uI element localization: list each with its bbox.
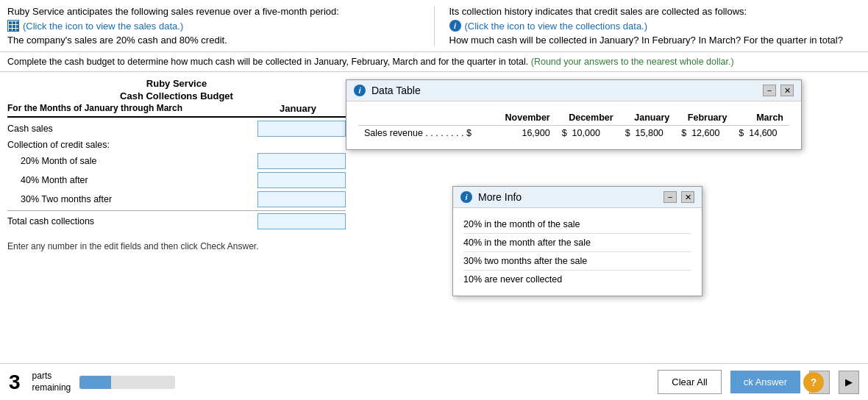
instruction-text: Complete the cash budget to determine ho… <box>7 57 528 67</box>
val-january: $ 15,800 <box>619 126 676 141</box>
val-november: 16,900 <box>492 126 556 141</box>
budget-row-cash-sales: Cash sales <box>7 121 346 137</box>
more-info-popup: i More Info − ✕ 20% in the month of the … <box>452 186 702 296</box>
data-table-header: i Data Table − ✕ <box>346 80 801 101</box>
more-info-item-3: 30% two months after the sale <box>463 252 691 271</box>
progress-bar-container <box>79 376 175 389</box>
progress-bar-fill <box>79 376 111 389</box>
parts-label: parts remaining <box>32 371 71 393</box>
credit-sales-label: Collection of credit sales: <box>7 140 346 150</box>
enter-note: Enter any number in the edit fields and … <box>0 241 868 254</box>
table-header-row: November December January February March <box>358 110 789 126</box>
pct-30-label: 30% Two months after <box>7 194 257 204</box>
pct-20-input[interactable] <box>257 153 346 169</box>
top-right-panel: Its collection history indicates that cr… <box>435 6 861 46</box>
check-answer-button[interactable]: ck Answer <box>730 371 800 393</box>
more-info-controls: − ✕ <box>664 191 694 203</box>
total-label: Total cash collections <box>7 216 257 226</box>
budget-row-credit-header: Collection of credit sales: <box>7 140 346 150</box>
more-info-close-btn[interactable]: ✕ <box>681 191 694 203</box>
val-february: $ 12,600 <box>675 126 733 141</box>
sales-note: The company's sales are 20% cash and 80%… <box>7 35 419 46</box>
top-section: Ruby Service anticipates the following s… <box>0 0 868 52</box>
more-info-item-1: 20% in the month of the sale <box>463 215 691 234</box>
th-march: March <box>733 110 789 126</box>
data-table-content: November December January February March… <box>346 101 801 149</box>
sales-revenue-label: Sales revenue . . . . . . . . $ <box>358 126 492 141</box>
cash-sales-input[interactable] <box>257 121 346 137</box>
grid-icon <box>7 20 19 32</box>
pct-40-input[interactable] <box>257 172 346 188</box>
budget-title: Ruby Service <box>7 78 346 89</box>
data-table-close-btn[interactable]: ✕ <box>780 85 794 96</box>
sales-data-link[interactable]: (Click the icon to view the sales data.) <box>7 20 419 32</box>
budget-row-total: Total cash collections <box>7 213 346 229</box>
parts-count: 3 <box>9 371 21 394</box>
val-march: $ 14,600 <box>733 126 789 141</box>
th-february: February <box>675 110 733 126</box>
total-input[interactable] <box>257 213 346 229</box>
intro-text-right: Its collection history indicates that cr… <box>449 6 861 17</box>
more-info-header: i More Info − ✕ <box>453 187 702 208</box>
clear-all-button[interactable]: Clear All <box>658 370 721 394</box>
data-table-controls: − ✕ <box>763 85 794 96</box>
nav-next-button[interactable]: ▶ <box>839 371 859 394</box>
intro-text-left: Ruby Service anticipates the following s… <box>7 6 419 17</box>
more-info-icon: i <box>460 191 472 203</box>
th-november: November <box>492 110 556 126</box>
budget-header-row: For the Months of January through March … <box>7 103 346 118</box>
section-divider <box>7 210 346 211</box>
more-info-minimize-btn[interactable]: − <box>664 191 677 203</box>
data-table-info-icon: i <box>354 85 366 96</box>
pct-30-input[interactable] <box>257 191 346 207</box>
budget-col-january: January <box>250 103 346 114</box>
budget-row-30pct: 30% Two months after <box>7 191 346 207</box>
more-info-item-2: 40% in the month after the sale <box>463 234 691 252</box>
info-icon-collections: i <box>449 20 461 32</box>
budget-header-label: For the Months of January through March <box>7 103 250 114</box>
sales-data-table: November December January February March… <box>358 110 789 140</box>
data-table-popup: i Data Table − ✕ November December Janua… <box>346 79 802 150</box>
more-info-item-4: 10% are never collected <box>463 271 691 288</box>
sales-revenue-row: Sales revenue . . . . . . . . $ 16,900 $… <box>358 126 789 141</box>
budget-subtitle: Cash Collections Budget <box>7 90 346 101</box>
collections-data-link[interactable]: i (Click the icon to view the collection… <box>449 20 861 32</box>
instruction-bar: Complete the cash budget to determine ho… <box>0 52 868 72</box>
th-december: December <box>556 110 619 126</box>
data-table-title: Data Table <box>371 85 757 96</box>
main-content: Ruby Service Cash Collections Budget For… <box>0 72 868 238</box>
data-table-minimize-btn[interactable]: − <box>763 85 776 96</box>
more-info-content: 20% in the month of the sale 40% in the … <box>453 208 702 296</box>
cash-sales-label: Cash sales <box>7 124 257 134</box>
budget-row-40pct: 40% Month after <box>7 172 346 188</box>
collections-link-label: (Click the icon to view the collections … <box>465 21 648 32</box>
budget-table-area: Ruby Service Cash Collections Budget For… <box>7 78 346 232</box>
pct-40-label: 40% Month after <box>7 175 257 185</box>
question-text: How much cash will be collected in Janua… <box>449 35 861 46</box>
pct-20-label: 20% Month of sale <box>7 156 257 166</box>
instruction-green: (Round your answers to the nearest whole… <box>531 57 734 67</box>
sales-link-label: (Click the icon to view the sales data.) <box>23 21 183 32</box>
th-label <box>358 110 492 126</box>
more-info-title: More Info <box>478 191 658 203</box>
budget-row-20pct: 20% Month of sale <box>7 153 346 169</box>
val-december: $ 10,000 <box>556 126 619 141</box>
bottom-bar: 3 parts remaining Clear All ck Answer ◀ … <box>0 363 868 400</box>
top-left-panel: Ruby Service anticipates the following s… <box>7 6 435 46</box>
th-january: January <box>619 110 676 126</box>
help-button[interactable]: ? <box>803 372 824 393</box>
